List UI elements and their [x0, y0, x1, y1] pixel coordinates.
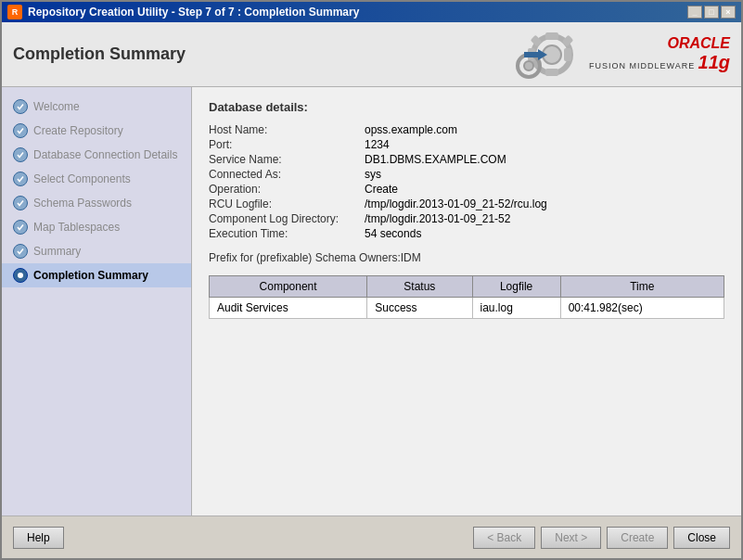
sidebar-item-database-connection[interactable]: Database Connection Details — [2, 143, 191, 167]
footer-left: Help — [13, 527, 64, 549]
close-button[interactable]: Close — [673, 527, 730, 549]
sidebar-item-schema-passwords[interactable]: Schema Passwords — [2, 191, 191, 215]
main-window: R Repository Creation Utility - Step 7 o… — [0, 0, 743, 560]
title-bar-left: R Repository Creation Utility - Step 7 o… — [7, 5, 359, 19]
step-icon-completion-summary — [13, 268, 28, 283]
components-table: Component Status Logfile Time Audit Serv… — [209, 275, 724, 319]
svg-rect-7 — [562, 35, 574, 47]
field-value-6: /tmp/logdir.2013-01-09_21-52 — [365, 212, 724, 225]
row-time: 00:41.982(sec) — [560, 298, 724, 319]
oracle-logo-area: ORACLE FUSION MIDDLEWARE 11g — [589, 35, 730, 73]
sidebar-item-select-components[interactable]: Select Components — [2, 167, 191, 191]
prefix-line: Prefix for (prefixable) Schema Owners:ID… — [209, 251, 724, 264]
next-button[interactable]: Next > — [541, 527, 601, 549]
app-icon: R — [7, 5, 22, 19]
col-header-status: Status — [367, 276, 472, 298]
field-value-7: 54 seconds — [365, 227, 724, 240]
svg-rect-5 — [564, 48, 571, 61]
sidebar: Welcome Create Repository Database Conne… — [2, 87, 192, 515]
row-status: Success — [367, 298, 472, 319]
field-value-1: 1234 — [365, 138, 724, 151]
field-label-4: Operation: — [209, 183, 357, 196]
footer-right: < Back Next > Create Close — [473, 527, 730, 549]
svg-point-9 — [524, 61, 533, 70]
section-title: Database details: — [209, 100, 724, 114]
svg-rect-3 — [545, 69, 558, 76]
table-row: Audit Services Success iau.log 00:41.982… — [210, 298, 724, 319]
field-label-2: Service Name: — [209, 153, 357, 166]
col-header-component: Component — [210, 276, 367, 298]
row-logfile: iau.log — [472, 298, 560, 319]
main-area: Welcome Create Repository Database Conne… — [2, 87, 741, 515]
step-icon-map-tablespaces — [13, 220, 28, 235]
step-icon-select-components — [13, 172, 28, 186]
sidebar-label-select-components: Select Components — [33, 172, 131, 185]
oracle-sub-text: FUSION MIDDLEWARE 11g — [589, 52, 730, 73]
sidebar-label-summary: Summary — [33, 245, 81, 258]
svg-rect-2 — [545, 32, 558, 40]
step-icon-welcome — [13, 99, 28, 114]
title-bar: R Repository Creation Utility - Step 7 o… — [2, 2, 741, 22]
field-value-5: /tmp/logdir.2013-01-09_21-52/rcu.log — [365, 197, 724, 210]
sidebar-item-summary[interactable]: Summary — [2, 239, 191, 263]
sidebar-item-create-repository[interactable]: Create Repository — [2, 119, 191, 143]
step-icon-summary — [13, 244, 28, 259]
field-value-2: DB1.DBMS.EXAMPLE.COM — [365, 153, 724, 166]
sidebar-label-create-repository: Create Repository — [33, 124, 123, 137]
oracle-text: ORACLE — [667, 35, 730, 51]
maximize-button[interactable]: □ — [704, 6, 719, 19]
field-value-4: Create — [365, 183, 724, 196]
header: Completion Summary — [2, 22, 741, 87]
sidebar-item-welcome[interactable]: Welcome — [2, 95, 191, 119]
field-value-0: opss.example.com — [365, 123, 724, 136]
row-component: Audit Services — [210, 298, 367, 319]
sidebar-label-schema-passwords: Schema Passwords — [33, 197, 132, 210]
window-title: Repository Creation Utility - Step 7 of … — [28, 6, 359, 19]
sidebar-item-completion-summary[interactable]: Completion Summary — [2, 263, 191, 287]
field-label-7: Execution Time: — [209, 227, 357, 240]
create-button[interactable]: Create — [607, 527, 668, 549]
oracle-brand: ORACLE — [667, 35, 730, 52]
help-button[interactable]: Help — [13, 527, 64, 549]
sidebar-label-database-connection: Database Connection Details — [33, 148, 177, 161]
sidebar-label-map-tablespaces: Map Tablespaces — [33, 221, 120, 234]
sidebar-label-welcome: Welcome — [33, 100, 80, 113]
field-label-3: Connected As: — [209, 168, 357, 181]
field-label-6: Component Log Directory: — [209, 212, 357, 225]
col-header-logfile: Logfile — [472, 276, 560, 298]
details-grid: Host Name: opss.example.com Port: 1234 S… — [209, 123, 724, 240]
svg-point-12 — [18, 273, 23, 278]
field-label-1: Port: — [209, 138, 357, 151]
close-window-button[interactable]: × — [721, 6, 736, 19]
step-icon-create-repository — [13, 123, 28, 138]
content-area: Database details: Host Name: opss.exampl… — [192, 87, 741, 515]
sidebar-item-map-tablespaces[interactable]: Map Tablespaces — [2, 215, 191, 239]
field-label-5: RCU Logfile: — [209, 197, 357, 210]
footer: Help < Back Next > Create Close — [2, 515, 741, 558]
svg-rect-6 — [531, 35, 543, 47]
step-icon-database-connection — [13, 147, 28, 162]
title-bar-buttons: _ □ × — [687, 6, 736, 19]
minimize-button[interactable]: _ — [687, 6, 702, 19]
col-header-time: Time — [560, 276, 724, 298]
svg-rect-11 — [524, 52, 539, 57]
sidebar-label-completion-summary: Completion Summary — [33, 269, 148, 282]
field-label-0: Host Name: — [209, 123, 357, 136]
back-button[interactable]: < Back — [473, 527, 535, 549]
field-value-3: sys — [365, 168, 724, 181]
page-title: Completion Summary — [13, 45, 186, 64]
header-decoration — [487, 29, 580, 80]
step-icon-schema-passwords — [13, 196, 28, 210]
